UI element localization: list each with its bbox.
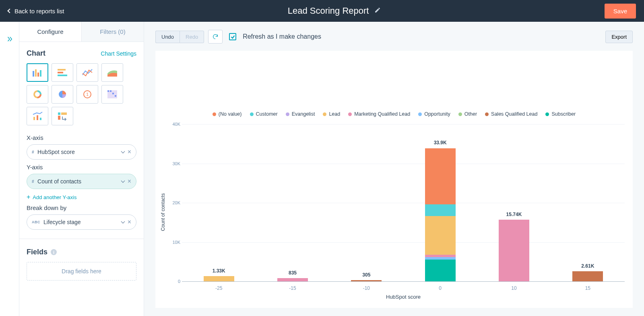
- stacked-bar[interactable]: [425, 124, 456, 281]
- remove-breakdown-icon[interactable]: ×: [128, 219, 131, 225]
- bar-total-label: 33.9K: [434, 140, 447, 146]
- back-to-reports-link[interactable]: Back to reports list: [8, 8, 64, 15]
- stacked-bar[interactable]: [204, 124, 234, 281]
- tab-configure[interactable]: Configure: [19, 22, 82, 42]
- chart-type-grid: 1: [27, 63, 136, 125]
- plot-wrap: Count of contacts 010K20K30K40K 1.33K835…: [155, 124, 633, 308]
- bar-slot: 1.33K: [182, 124, 256, 281]
- chart-type-pivot[interactable]: [52, 107, 73, 125]
- breakdown-field-name: Lifecycle stage: [43, 219, 118, 225]
- back-label: Back to reports list: [14, 8, 64, 15]
- plus-icon: +: [27, 194, 30, 200]
- info-icon[interactable]: i: [51, 249, 57, 255]
- stacked-bar[interactable]: [277, 124, 308, 281]
- bar-segment: [351, 280, 382, 281]
- svg-rect-20: [61, 112, 67, 115]
- breakdown-field-pill[interactable]: ABC Lifecycle stage ×: [27, 214, 136, 230]
- fields-heading: Fields i: [27, 248, 136, 256]
- remove-xaxis-icon[interactable]: ×: [128, 149, 131, 155]
- svg-rect-12: [107, 90, 109, 92]
- x-tick: -25: [182, 285, 256, 291]
- bar-total-label: 305: [362, 272, 370, 278]
- main: Configure Filters (0) Chart Chart Settin…: [0, 22, 644, 316]
- edit-title-icon[interactable]: [374, 7, 381, 15]
- legend-item[interactable]: Customer: [250, 111, 278, 117]
- legend-item[interactable]: Lead: [323, 111, 340, 117]
- svg-rect-17: [37, 115, 38, 120]
- title-wrap: Lead Scoring Report: [288, 6, 381, 16]
- collapse-rail: [0, 22, 19, 316]
- x-tick: 10: [477, 285, 551, 291]
- stacked-bar[interactable]: [499, 124, 529, 281]
- svg-rect-14: [112, 93, 114, 94]
- legend-label: Subscriber: [551, 111, 576, 117]
- legend-label: Customer: [256, 111, 278, 117]
- chevron-down-icon: [121, 179, 125, 183]
- legend-item[interactable]: (No value): [213, 111, 242, 117]
- svg-rect-18: [40, 118, 41, 120]
- redo-button[interactable]: Redo: [180, 31, 204, 43]
- configure-sidebar: Configure Filters (0) Chart Chart Settin…: [19, 22, 144, 316]
- chart-type-combo[interactable]: [27, 107, 48, 125]
- chart-section-head: Chart Chart Settings: [27, 49, 136, 58]
- expand-panel-icon[interactable]: [6, 35, 13, 316]
- chart-plot: 010K20K30K40K 1.33K83530533.9K15.74K2.61…: [167, 124, 625, 300]
- chart-type-heatmap[interactable]: [101, 85, 123, 104]
- bar-slot: 15.74K: [477, 124, 551, 281]
- page-title: Lead Scoring Report: [288, 6, 369, 16]
- tab-filters[interactable]: Filters (0): [82, 22, 144, 42]
- chart-type-area[interactable]: [101, 63, 123, 82]
- xaxis-field-pill[interactable]: # HubSpot score ×: [27, 144, 136, 160]
- chart-type-line[interactable]: [76, 63, 98, 82]
- xaxis-title: HubSpot score: [182, 294, 625, 300]
- chart-type-donut[interactable]: [27, 85, 48, 104]
- add-yaxis-link[interactable]: + Add another Y-axis: [27, 194, 136, 200]
- legend-dot: [545, 112, 549, 116]
- remove-yaxis-icon[interactable]: ×: [128, 178, 131, 185]
- bar-total-label: 15.74K: [506, 212, 522, 217]
- legend-item[interactable]: Sales Qualified Lead: [485, 111, 537, 117]
- chart-type-hbar[interactable]: [52, 63, 73, 82]
- bar-segment: [499, 220, 529, 281]
- bar-total-label: 1.33K: [213, 268, 225, 274]
- svg-rect-16: [33, 117, 35, 120]
- y-tick: 30K: [167, 161, 180, 166]
- chart-type-kpi[interactable]: 1: [76, 85, 98, 104]
- svg-rect-1: [35, 69, 37, 77]
- legend-dot: [213, 112, 216, 116]
- undo-redo-group: Undo Redo: [155, 31, 204, 43]
- legend-item[interactable]: Evangelist: [286, 111, 315, 117]
- xaxis-field-name: HubSpot score: [37, 149, 118, 155]
- yaxis-field-pill[interactable]: # Count of contacts ×: [27, 174, 136, 189]
- x-tick: -10: [330, 285, 403, 291]
- legend-item[interactable]: Opportunity: [418, 111, 450, 117]
- legend-label: Lead: [329, 111, 340, 117]
- stacked-bar[interactable]: [351, 124, 382, 281]
- legend-item[interactable]: Other: [458, 111, 477, 117]
- stacked-bar[interactable]: [572, 124, 603, 281]
- chart-type-bar[interactable]: [27, 63, 48, 82]
- svg-rect-21: [58, 116, 60, 120]
- svg-rect-3: [40, 70, 41, 77]
- undo-button[interactable]: Undo: [155, 31, 180, 43]
- chart-settings-link[interactable]: Chart Settings: [101, 50, 136, 57]
- legend-item[interactable]: Subscriber: [545, 111, 576, 117]
- x-tick: -15: [256, 285, 329, 291]
- svg-rect-5: [58, 72, 63, 73]
- refresh-button[interactable]: [208, 30, 223, 44]
- save-button[interactable]: Save: [605, 4, 636, 19]
- breakdown-label: Break down by: [27, 204, 136, 211]
- export-button[interactable]: Export: [605, 31, 633, 43]
- legend-item[interactable]: Marketing Qualified Lead: [348, 111, 410, 117]
- auto-refresh-checkbox[interactable]: [229, 33, 236, 40]
- legend-dot: [458, 112, 462, 116]
- number-icon: #: [32, 150, 34, 154]
- chart-type-pie[interactable]: [52, 85, 73, 104]
- legend-label: Other: [464, 111, 477, 117]
- bar-slot: 305: [330, 124, 403, 281]
- fields-dropzone[interactable]: Drag fields here: [27, 262, 136, 281]
- bar-slot: 33.9K: [403, 124, 477, 281]
- chevron-left-icon: [7, 8, 12, 13]
- svg-rect-6: [58, 75, 67, 76]
- xaxis-label: X-axis: [27, 134, 136, 141]
